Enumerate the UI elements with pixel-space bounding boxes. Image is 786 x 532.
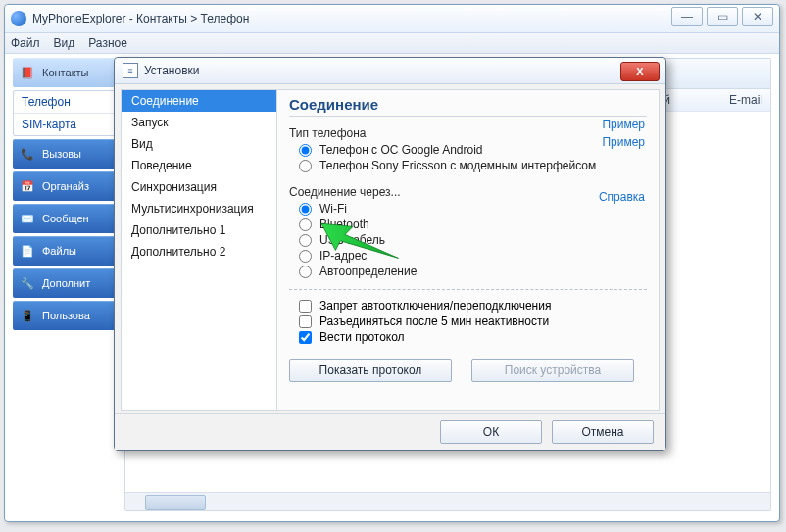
category-multisync[interactable]: Мультисинхронизация [122,198,276,219]
sidebar-item-calls[interactable]: 📞Вызовы [13,139,119,169]
sidebar-item-files[interactable]: 📄Файлы [13,236,119,266]
category-panel: Соединение Тип телефона Пример Пример Те… [277,90,659,410]
divider [289,289,647,290]
category-startup[interactable]: Запуск [122,112,276,133]
app-icon [11,11,26,26]
radio-auto[interactable]: Автоопределение [289,264,647,279]
category-extra1[interactable]: Дополнительно 1 [122,219,276,241]
dialog-titlebar: ≡ Установки X [115,58,665,84]
messages-icon: ✉️ [19,211,36,226]
menu-misc[interactable]: Разное [88,36,127,50]
maximize-button[interactable]: ▭ [707,7,738,26]
col-email: E-mail [729,93,762,107]
group-phone-type: Тип телефона [289,126,647,140]
radio-phone-android[interactable]: Телефон с ОС Google Android [289,142,647,158]
link-example-2[interactable]: Пример [602,135,645,149]
calls-icon: 📞 [19,146,36,162]
sidebar-item-user[interactable]: 📱Пользова [13,301,119,330]
close-button[interactable]: ✕ [742,7,773,26]
radio-wifi[interactable]: Wi-Fi [289,201,647,217]
menu-file[interactable]: Файл [11,36,40,50]
menu-view[interactable]: Вид [54,36,75,50]
link-help[interactable]: Справка [599,190,645,204]
show-protocol-button[interactable]: Показать протокол [289,359,452,382]
find-device-button[interactable]: Поиск устройства [471,359,634,382]
panel-title: Соединение [289,96,647,117]
minimize-button[interactable]: — [671,7,703,26]
check-disconnect-5min[interactable]: Разъединяться после 5 мин неактивности [289,314,647,329]
sidebar-item-organizer[interactable]: 📅Органайз [13,171,119,201]
organizer-icon: 📅 [19,178,36,194]
ok-button[interactable]: ОК [440,420,542,444]
user-icon: 📱 [19,308,36,323]
files-icon: 📄 [19,243,36,259]
link-example-1[interactable]: Пример [602,118,645,131]
category-extra2[interactable]: Дополнительно 2 [122,241,276,263]
settings-icon: ≡ [123,63,138,78]
sidebar-item-contacts[interactable]: 📕Контакты [13,58,119,87]
scrollbar-thumb[interactable] [145,495,206,510]
window-title: MyPhoneExplorer - Контакты > Телефон [32,12,249,25]
category-view[interactable]: Вид [122,133,276,155]
radio-bluetooth[interactable]: Bluetooth [289,217,647,232]
extra-icon: 🔧 [19,275,36,291]
category-sync[interactable]: Синхронизация [122,176,276,198]
radio-usb[interactable]: USB-кабель [289,232,647,248]
titlebar: MyPhoneExplorer - Контакты > Телефон — ▭… [5,5,779,33]
group-connection: Соединение через... [289,185,647,199]
check-no-autoconnect[interactable]: Запрет автоотключения/переподключения [289,298,647,314]
radio-ip[interactable]: IP-адрес [289,248,647,264]
sidebar: 📕Контакты Телефон SIM-карта 📞Вызовы 📅Орг… [13,58,119,511]
sidebar-item-messages[interactable]: ✉️Сообщен [13,204,119,233]
contacts-icon: 📕 [19,65,36,80]
menubar: Файл Вид Разное [5,33,779,54]
dialog-footer: ОК Отмена [115,413,665,450]
cancel-button[interactable]: Отмена [552,420,654,444]
check-protocol[interactable]: Вести протокол [289,329,647,345]
category-behavior[interactable]: Поведение [122,155,276,176]
sidebar-sublist: Телефон SIM-карта [13,90,119,136]
sidebar-item-extra[interactable]: 🔧Дополнит [13,268,119,298]
radio-phone-sony[interactable]: Телефон Sony Ericsson с модемным интерфе… [289,158,647,173]
dialog-title: Установки [144,64,199,77]
category-connection[interactable]: Соединение [122,90,276,112]
dialog-close-button[interactable]: X [620,62,660,81]
horizontal-scrollbar[interactable] [125,492,770,510]
sidebar-sub-phone[interactable]: Телефон [14,91,118,113]
category-list: Соединение Запуск Вид Поведение Синхрони… [122,90,277,410]
settings-dialog: ≡ Установки X Соединение Запуск Вид Пове… [114,57,666,451]
sidebar-sub-sim[interactable]: SIM-карта [14,113,118,135]
